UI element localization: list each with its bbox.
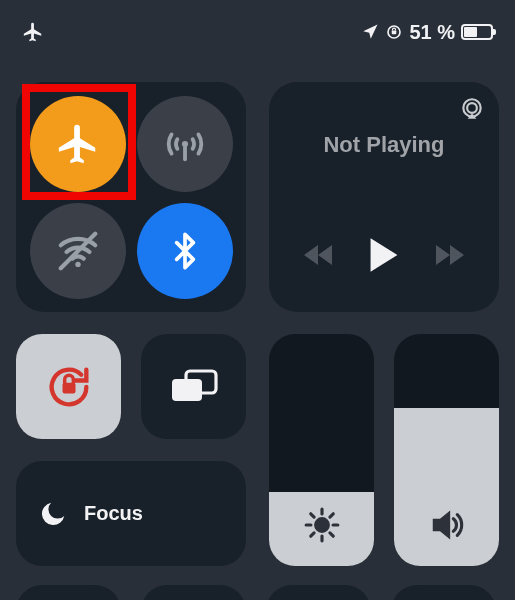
peek-tile-1[interactable]: [16, 585, 121, 600]
peek-tile-2[interactable]: [141, 585, 246, 600]
wifi-toggle[interactable]: [30, 203, 126, 299]
sliders-column: [269, 334, 499, 566]
svg-line-16: [310, 514, 313, 517]
media-title: Not Playing: [287, 132, 481, 158]
bluetooth-toggle[interactable]: [137, 203, 233, 299]
svg-point-7: [467, 103, 477, 113]
svg-point-4: [75, 261, 80, 266]
battery-icon: [461, 24, 493, 40]
peek-tile-3[interactable]: [266, 585, 371, 600]
cellular-data-toggle[interactable]: [137, 96, 233, 192]
svg-rect-8: [62, 382, 75, 393]
focus-label: Focus: [84, 502, 143, 525]
status-left: [22, 21, 44, 43]
connectivity-tile[interactable]: [16, 82, 246, 312]
control-center-grid: Not Playing Focus: [16, 82, 499, 566]
media-tile[interactable]: Not Playing: [269, 82, 499, 312]
airplane-icon: [22, 21, 44, 43]
brightness-slider[interactable]: [269, 334, 374, 566]
battery-fill: [464, 27, 477, 37]
status-right: 51 %: [361, 21, 493, 44]
battery-percent-text: 51 %: [409, 21, 455, 44]
bottom-peek-row: [16, 585, 499, 600]
orientation-lock-status-icon: [385, 23, 403, 41]
lock-mirror-row: [16, 334, 246, 439]
orientation-lock-toggle[interactable]: [16, 334, 121, 439]
location-icon: [361, 23, 379, 41]
moon-icon: [38, 499, 68, 529]
speaker-icon: [426, 506, 468, 544]
focus-toggle[interactable]: Focus: [16, 461, 246, 566]
volume-slider[interactable]: [394, 334, 499, 566]
airplane-mode-toggle[interactable]: [30, 96, 126, 192]
media-prev-icon[interactable]: [302, 241, 338, 269]
screen-mirroring-button[interactable]: [141, 334, 246, 439]
airplay-icon[interactable]: [459, 96, 485, 122]
svg-rect-1: [392, 31, 397, 35]
status-bar: 51 %: [0, 18, 515, 46]
sun-icon: [303, 506, 341, 544]
left-column: Focus: [16, 334, 246, 566]
svg-line-19: [329, 514, 332, 517]
peek-tile-4[interactable]: [391, 585, 496, 600]
media-play-icon[interactable]: [367, 236, 401, 274]
svg-line-17: [329, 533, 332, 536]
svg-point-11: [315, 519, 328, 532]
svg-line-18: [310, 533, 313, 536]
media-next-icon[interactable]: [430, 241, 466, 269]
media-controls: [287, 236, 481, 274]
